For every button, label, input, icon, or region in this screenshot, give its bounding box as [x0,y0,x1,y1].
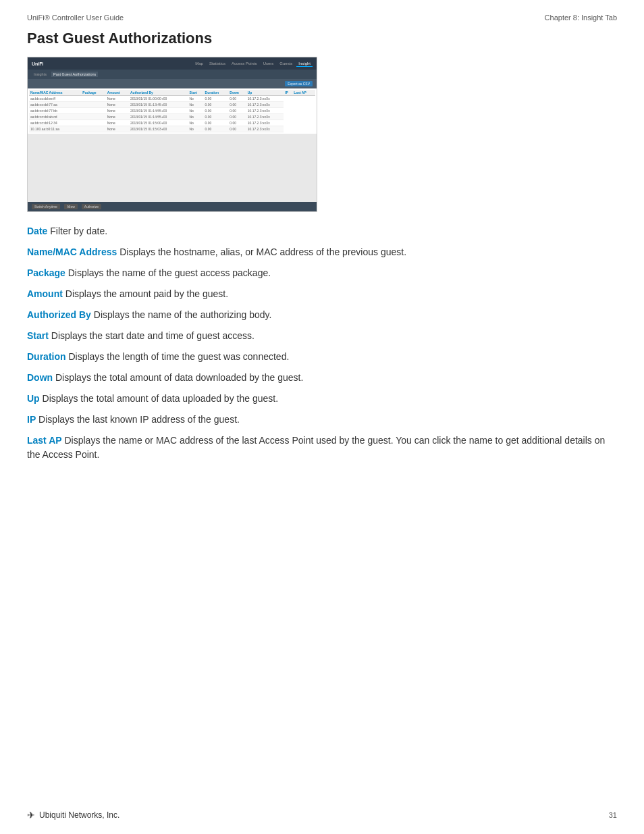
ss-table-area: Name/MAC Address Package Amount Authoriz… [28,88,317,134]
ss-export-btn[interactable]: Export as CSV [285,81,313,86]
header-left: UniFi® Controller User Guide [27,14,124,22]
ss-subtabs: Insights Past Guest Authorizations [28,70,317,79]
field-entry-authorized-by: Authorized By Displays the name of the a… [27,308,617,322]
field-desc-6: Displays the length of time the guest wa… [66,351,290,362]
ss-col-amount: Amount [106,90,129,96]
field-entry-up: Up Displays the total amount of data upl… [27,392,617,406]
field-entry-package: Package Displays the name of the guest a… [27,266,617,280]
field-label-8: Up [27,393,40,404]
field-desc-5: Displays the start date and time of gues… [49,330,254,341]
field-desc-4: Displays the name of the authorizing bod… [91,309,271,320]
field-label-4: Authorized By [27,309,91,320]
doc-header: UniFi® Controller User Guide Chapter 8: … [27,14,617,22]
ss-bottom-bar: Switch Anytime Allow Authorize [28,202,317,211]
ss-col-ip: IP [284,90,292,96]
field-desc-0: Filter by date. [47,226,107,236]
field-desc-10: Displays the name or MAC address of the … [27,435,605,460]
ss-subtab-insights: Insights [32,72,49,77]
field-label-3: Amount [27,288,63,299]
ss-col-start: Start [188,90,203,96]
field-entry-amount: Amount Displays the amount paid by the g… [27,287,617,301]
field-entry-name-mac-address: Name/MAC Address Displays the hostname, … [27,245,617,259]
ss-nav-guests: Guests [277,61,294,67]
ss-allow-btn[interactable]: Allow [64,204,78,209]
field-label-9: IP [27,414,36,425]
ss-toolbar: Export as CSV [28,79,317,88]
field-entry-ip: IP Displays the last known IP address of… [27,413,617,427]
ss-nav-accesspoints: Access Points [230,61,259,67]
field-label-5: Start [27,330,49,341]
ss-col-name: Name/MAC Address [29,90,81,96]
ss-table-row: aa:bb:cc:dd:12:34None2013/01/15 01:15:00… [29,120,315,126]
footer-logo: ✈ Ubiquiti Networks, Inc. [27,810,119,820]
ss-nav-statistics: Statistics [207,61,227,67]
ss-col-last-ap: Last AP [292,90,315,96]
ss-table-row: aa:bb:cc:dd:ab:cdNone2013/01/15 01:14:55… [29,114,315,120]
field-desc-9: Displays the last known IP address of th… [36,414,240,425]
field-desc-3: Displays the amount paid by the guest. [63,288,228,299]
ss-col-down: Down [228,90,246,96]
ss-topbar: UniFi Map Statistics Access Points Users… [28,57,317,70]
ss-col-package: Package [81,90,105,96]
field-desc-2: Displays the name of the guest access pa… [65,267,271,278]
ss-logo: UniFi [32,61,44,66]
footer-company: Ubiquiti Networks, Inc. [39,810,119,820]
ss-data-table: Name/MAC Address Package Amount Authoriz… [29,90,315,132]
ss-table-row: aa:bb:cc:dd:77:bbNone2013/01/15 01:14:55… [29,108,315,114]
field-entry-down: Down Displays the total amount of data d… [27,371,617,385]
field-desc-7: Displays the total amount of data downlo… [53,372,303,383]
doc-footer: ✈ Ubiquiti Networks, Inc. 31 [27,810,617,820]
ss-nav-tabs: Map Statistics Access Points Users Guest… [193,61,313,67]
field-entry-date: Date Filter by date. [27,224,617,238]
ss-col-duration: Duration [204,90,229,96]
ss-authorize-btn[interactable]: Authorize [82,204,101,209]
ss-switch-anytime-btn[interactable]: Switch Anytime [32,204,60,209]
ss-nav-map: Map [193,61,205,67]
ss-subtab-past-guest: Past Guest Authorizations [51,72,98,77]
field-label-0: Date [27,226,47,236]
page-title: Past Guest Authorizations [27,30,617,47]
field-entry-last-ap: Last AP Displays the name or MAC address… [27,434,617,462]
ss-table-row: aa:bb:cc:dd:ee:ffNone2013/01/15 01:00:00… [29,96,315,102]
field-desc-1: Displays the hostname, alias, or MAC add… [117,246,406,257]
field-label-10: Last AP [27,435,62,446]
ss-nav-insight: Insight [296,61,313,67]
ss-col-authorized: Authorized By [129,90,188,96]
field-desc-8: Displays the total amount of data upload… [40,393,278,404]
ubiquiti-logo-icon: ✈ [27,810,35,820]
ss-table-row: aa:bb:cc:dd:77:aaNone2013/01/15 01:13:45… [29,102,315,108]
ss-table-header-row: Name/MAC Address Package Amount Authoriz… [29,90,315,96]
header-right: Chapter 8: Insight Tab [545,14,617,22]
field-label-1: Name/MAC Address [27,246,117,257]
footer-page-number: 31 [609,811,617,819]
field-label-7: Down [27,372,53,383]
ss-nav-users: Users [261,61,276,67]
field-label-6: Duration [27,351,66,362]
field-entry-duration: Duration Displays the length of time the… [27,350,617,364]
field-label-2: Package [27,267,65,278]
ss-col-up: Up [246,90,284,96]
screenshot-container: UniFi Map Statistics Access Points Users… [27,57,317,212]
field-entry-start: Start Displays the start date and time o… [27,329,617,343]
content-body: Date Filter by date.Name/MAC Address Dis… [27,224,617,462]
ss-table-row: 10.100.aa:b0:11:aaNone2013/01/15 01:15:0… [29,126,315,132]
